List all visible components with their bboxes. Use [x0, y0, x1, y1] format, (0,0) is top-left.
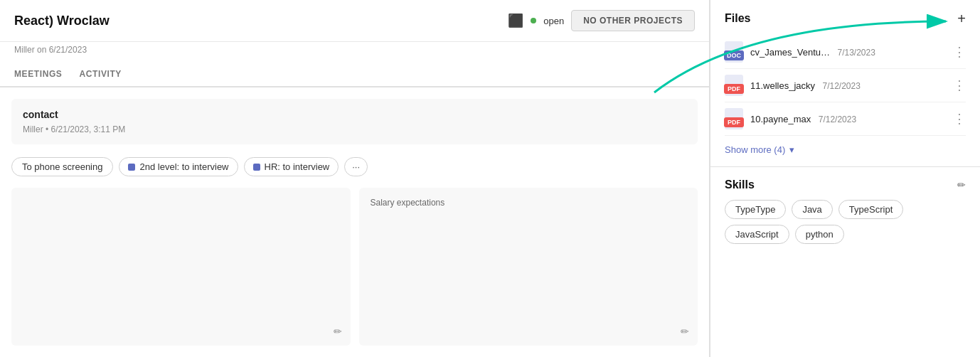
file-menu-1[interactable]: ⋮	[953, 44, 966, 60]
files-section: Files + DOC cv_James_Ventu… 7/13/2023 ⋮ …	[710, 0, 980, 166]
left-panel: React) Wroclaw ⬛ open NO OTHER PROJECTS …	[0, 0, 710, 357]
tabs-row: MEETINGS ACTIVITY	[0, 62, 709, 87]
no-other-projects-button[interactable]: NO OTHER PROJECTS	[571, 10, 695, 31]
file-badge-pdf-2: PDF	[724, 84, 744, 94]
tag-dot-2nd	[128, 164, 135, 171]
files-section-title: Files	[725, 12, 750, 25]
file-menu-2[interactable]: ⋮	[953, 78, 966, 93]
info-card-right: Salary expectations ✏	[359, 188, 698, 346]
skills-edit-icon[interactable]: ✏	[957, 179, 966, 191]
chevron-down-icon: ▾	[789, 144, 794, 155]
tab-activity[interactable]: ACTIVITY	[79, 62, 121, 87]
file-info-1: cv_James_Ventu… 7/13/2023	[750, 46, 946, 58]
skills-section-title: Skills	[725, 178, 755, 191]
file-item-2: PDF 11.welles_jacky 7/12/2023 ⋮	[725, 69, 966, 102]
file-name-3: 10.payne_max	[750, 114, 811, 124]
skills-header: Skills ✏	[725, 178, 966, 191]
file-date-1: 7/13/2023	[837, 48, 875, 58]
file-icon-wrap-3: PDF	[725, 108, 743, 129]
header-bar: React) Wroclaw ⬛ open NO OTHER PROJECTS	[0, 0, 709, 42]
info-card-left: ✏	[11, 188, 351, 346]
exit-icon[interactable]: ⬛	[508, 13, 523, 28]
sub-info: Miller on 6/21/2023	[0, 42, 709, 62]
skill-tag-javascript: JavaScript	[725, 225, 789, 244]
tag-2nd-label: 2nd level: to interview	[139, 161, 228, 172]
skill-tag-python: python	[795, 225, 844, 244]
skills-tags: TypeType Java TypeScript JavaScript pyth…	[725, 200, 966, 244]
bottom-cards: ✏ Salary expectations ✏	[0, 182, 709, 357]
file-info-3: 10.payne_max 7/12/2023	[750, 112, 946, 125]
edit-icon-left[interactable]: ✏	[334, 326, 342, 337]
tag-dot-hr	[253, 164, 260, 171]
tag-2nd-level[interactable]: 2nd level: to interview	[119, 157, 238, 176]
file-icon-wrap-2: PDF	[725, 75, 743, 96]
activity-area: contact Miller • 6/21/2023, 3:11 PM To p…	[0, 87, 709, 357]
file-item-1: DOC cv_James_Ventu… 7/13/2023 ⋮	[725, 36, 966, 69]
salary-expectations-label: Salary expectations	[371, 198, 687, 208]
page-title: React) Wroclaw	[14, 14, 498, 28]
file-name-1: cv_James_Ventu…	[750, 47, 830, 58]
file-badge-pdf-3: PDF	[724, 117, 744, 127]
skills-section: Skills ✏ TypeType Java TypeScript JavaSc…	[710, 166, 980, 255]
file-name-2: 11.welles_jacky	[750, 80, 815, 91]
activity-card-title: contact	[23, 109, 686, 120]
skill-tag-java: Java	[792, 200, 832, 219]
tag-hr-interview[interactable]: HR: to interview	[244, 157, 339, 176]
right-panel: Files + DOC cv_James_Ventu… 7/13/2023 ⋮ …	[710, 0, 980, 357]
files-section-header: Files +	[725, 11, 966, 26]
more-tags-button[interactable]: ···	[344, 157, 368, 176]
status-label: open	[543, 16, 564, 26]
file-menu-3[interactable]: ⋮	[953, 111, 966, 127]
file-doc-shape-3: PDF	[725, 108, 743, 129]
activity-card: contact Miller • 6/21/2023, 3:11 PM	[11, 99, 698, 144]
file-icon-wrap-1: DOC	[725, 41, 743, 63]
show-more-label: Show more (4)	[725, 144, 785, 155]
file-doc-shape-2: PDF	[725, 75, 743, 96]
file-doc-shape-1: DOC	[725, 41, 743, 63]
status-dot	[531, 18, 536, 23]
file-item-3: PDF 10.payne_max 7/12/2023 ⋮	[725, 102, 966, 136]
status-row: open NO OTHER PROJECTS	[531, 10, 695, 31]
tag-hr-label: HR: to interview	[265, 161, 330, 172]
activity-card-meta: Miller • 6/21/2023, 3:11 PM	[23, 124, 686, 134]
file-info-2: 11.welles_jacky 7/12/2023	[750, 79, 946, 92]
add-file-button[interactable]: +	[957, 11, 966, 26]
skill-tag-typetype: TypeType	[725, 200, 786, 219]
show-more-button[interactable]: Show more (4) ▾	[725, 136, 966, 166]
skill-tag-typescript: TypeScript	[838, 200, 903, 219]
tab-meetings[interactable]: MEETINGS	[14, 62, 62, 87]
edit-icon-right[interactable]: ✏	[681, 326, 689, 337]
file-badge-doc-1: DOC	[724, 50, 744, 60]
tag-row: To phone screening 2nd level: to intervi…	[0, 150, 709, 182]
tag-phone-screening[interactable]: To phone screening	[11, 157, 113, 176]
file-date-3: 7/12/2023	[819, 114, 856, 124]
file-date-2: 7/12/2023	[823, 81, 861, 91]
